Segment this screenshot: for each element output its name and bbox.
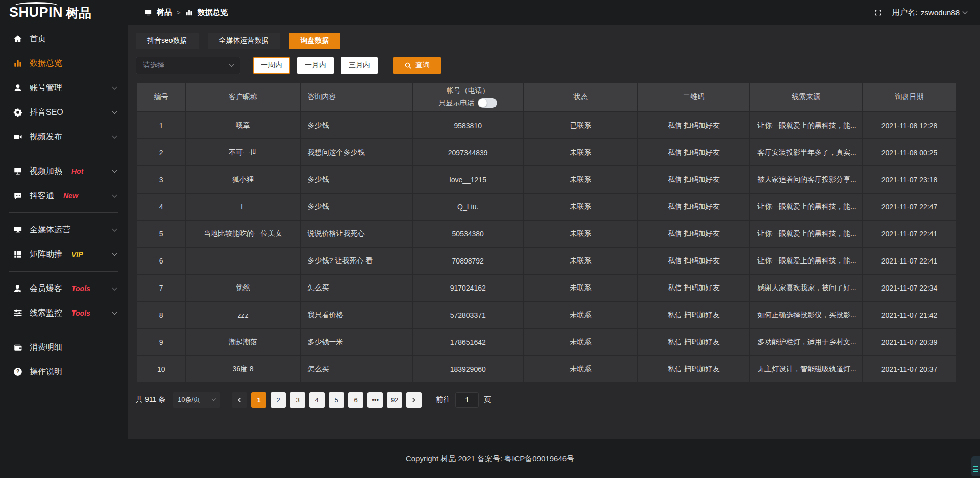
cell-qr-link[interactable]: 私信 扫码加好友 (638, 166, 749, 193)
sidebar-item-13[interactable]: 线索监控Tools (0, 301, 128, 325)
cell-nickname (186, 248, 299, 274)
page-button-5[interactable]: 5 (329, 392, 344, 408)
breadcrumb-current: 数据总览 (198, 8, 228, 17)
cell-no: 9 (137, 329, 185, 355)
wallet-icon (13, 343, 22, 352)
cell-status: 未联系 (524, 221, 637, 247)
cell-qr-link[interactable]: 私信 扫码加好友 (638, 302, 749, 328)
sidebar-item-7[interactable]: 抖客通New (0, 183, 128, 208)
cell-content: 怎么买 (301, 275, 412, 301)
chevron-down-icon (112, 251, 117, 256)
sidebar-item-4[interactable]: 视频发布 (0, 125, 128, 149)
cell-qr-link[interactable]: 私信 扫码加好友 (638, 248, 749, 274)
next-page-button[interactable] (406, 392, 422, 408)
cell-no: 7 (137, 275, 185, 301)
sidebar-item-12[interactable]: 会员爆客Tools (0, 276, 128, 301)
fullscreen-icon[interactable] (874, 9, 882, 16)
sidebar-item-6[interactable]: 视频加热Hot (0, 159, 128, 183)
phone-only-toggle[interactable] (478, 98, 497, 108)
ellipsis-page-button[interactable]: ••• (368, 392, 383, 408)
sidebar: 首页数据总览账号管理抖音SEO视频发布视频加热Hot抖客通New全媒体运营矩阵助… (0, 25, 128, 478)
user-icon (13, 83, 22, 92)
table-row: 8zzz我只看价格572803371未联系私信 扫码加好友如何正确选择投影仪，买… (137, 302, 956, 328)
cell-source-link[interactable]: 感谢大家喜欢我家，被问了好... (750, 275, 862, 301)
cell-source-link[interactable]: 让你一眼就爱上的黑科技，能... (750, 112, 862, 138)
cell-no: 10 (137, 356, 185, 382)
page-size-select[interactable]: 10条/页 (173, 392, 220, 408)
tab-0[interactable]: 抖音seo数据 (136, 33, 199, 49)
cell-source-link[interactable]: 让你一眼就爱上的黑科技，能... (750, 221, 862, 247)
cell-qr-link[interactable]: 私信 扫码加好友 (638, 139, 749, 165)
cell-qr-link[interactable]: 私信 扫码加好友 (638, 221, 749, 247)
brand-logo-cn: 树品 (66, 7, 91, 19)
prev-page-button[interactable] (232, 392, 247, 408)
sidebar-item-16[interactable]: ?操作说明 (0, 360, 128, 384)
topbar-right: 用户名: zswodun88 (874, 8, 980, 17)
sidebar-divider (9, 212, 118, 213)
filter-bar: 请选择 一周内一月内三月内 查询 (136, 57, 957, 74)
tab-2[interactable]: 询盘数据 (289, 33, 340, 49)
cell-qr-link[interactable]: 私信 扫码加好友 (638, 329, 749, 355)
cell-account: 178651642 (413, 329, 523, 355)
sidebar-badge: New (63, 192, 78, 200)
cell-date: 2021-11-07 23:18 (863, 166, 956, 193)
cell-no: 4 (137, 194, 185, 220)
breadcrumb-root[interactable]: 树品 (157, 8, 172, 17)
range-button-0[interactable]: 一周内 (253, 57, 290, 74)
cell-source-link[interactable]: 被大家追着问的客厅投影分享... (750, 166, 862, 193)
account-select[interactable]: 请选择 (136, 57, 240, 74)
sidebar-item-0[interactable]: 首页 (0, 27, 128, 51)
cell-status: 未联系 (524, 329, 637, 355)
cell-source-link[interactable]: 如何正确选择投影仪，买投影... (750, 302, 862, 328)
col-header-5: 二维码 (638, 83, 749, 111)
page-button-6[interactable]: 6 (348, 392, 363, 408)
cell-status: 未联系 (524, 194, 637, 220)
cell-qr-link[interactable]: 私信 扫码加好友 (638, 194, 749, 220)
cell-qr-link[interactable]: 私信 扫码加好友 (638, 356, 749, 382)
page-button-1[interactable]: 1 (251, 392, 266, 408)
cell-account: Q_Liu. (413, 194, 523, 220)
cell-status: 已联系 (524, 112, 637, 138)
col-header-2: 咨询内容 (301, 83, 412, 111)
cell-source-link[interactable]: 客厅安装投影半年多了，真实... (750, 139, 862, 165)
cell-nickname: zzz (186, 302, 299, 328)
cell-source-link[interactable]: 让你一眼就爱上的黑科技，能... (750, 248, 862, 274)
cell-nickname: 狐小狸 (186, 166, 299, 193)
cell-nickname: L (186, 194, 299, 220)
cell-date: 2021-11-08 12:28 (863, 112, 956, 138)
goto-page: 前往 页 (436, 392, 491, 408)
sidebar-item-3[interactable]: 抖音SEO (0, 100, 128, 125)
cell-source-link[interactable]: 无主灯设计，智能磁吸轨道灯... (750, 356, 862, 382)
cell-source-link[interactable]: 让你一眼就爱上的黑科技，能... (750, 194, 862, 220)
question-icon: ? (13, 367, 22, 376)
sidebar-item-15[interactable]: 消费明细 (0, 335, 128, 360)
range-button-1[interactable]: 一月内 (297, 57, 334, 74)
customer-service-widget[interactable] (971, 456, 980, 476)
page-button-3[interactable]: 3 (290, 392, 305, 408)
cell-qr-link[interactable]: 私信 扫码加好友 (638, 112, 749, 138)
goto-page-input[interactable] (455, 392, 479, 408)
topbar: SHUPIN 树品 树品 > 数据总览 用户名: zswodun88 (0, 0, 980, 25)
sidebar-item-1[interactable]: 数据总览 (0, 51, 128, 76)
user-menu[interactable]: 用户名: zswodun88 (892, 8, 967, 17)
page-button-92[interactable]: 92 (387, 392, 402, 408)
table-row: 3狐小狸多少钱love__1215未联系私信 扫码加好友被大家追着问的客厅投影分… (137, 166, 956, 193)
cell-source-link[interactable]: 多功能护栏灯，适用于乡村文... (750, 329, 862, 355)
cell-status: 未联系 (524, 275, 637, 301)
page-button-2[interactable]: 2 (271, 392, 286, 408)
chevron-down-icon (112, 310, 117, 315)
date-range-group: 一周内一月内三月内 (253, 57, 378, 74)
sidebar-menu: 首页数据总览账号管理抖音SEO视频发布视频加热Hot抖客通New全媒体运营矩阵助… (0, 27, 128, 384)
screen-icon (13, 166, 22, 176)
sidebar-badge: VIP (71, 250, 83, 258)
sidebar-item-10[interactable]: 矩阵助推VIP (0, 242, 128, 267)
page-button-4[interactable]: 4 (309, 392, 325, 408)
inquiry-table: 编号客户昵称咨询内容帐号（电话）只显示电话状态二维码线索来源询盘日期 1哦章多少… (136, 82, 957, 383)
range-button-2[interactable]: 三月内 (341, 57, 378, 74)
tab-1[interactable]: 全媒体运营数据 (208, 33, 280, 49)
cell-qr-link[interactable]: 私信 扫码加好友 (638, 275, 749, 301)
sidebar-item-9[interactable]: 全媒体运营 (0, 218, 128, 242)
search-button[interactable]: 查询 (393, 57, 441, 74)
sidebar-item-2[interactable]: 账号管理 (0, 76, 128, 100)
cell-account: 917024162 (413, 275, 523, 301)
